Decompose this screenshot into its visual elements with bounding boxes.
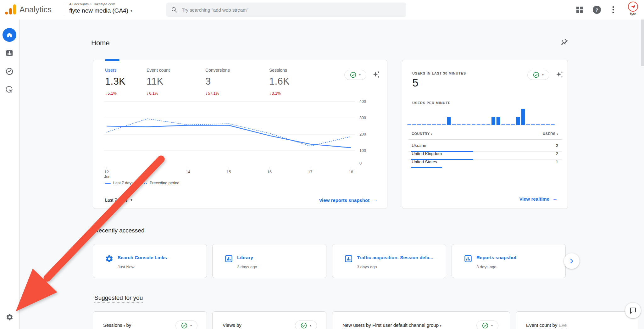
- users-column-header[interactable]: USERS▾: [543, 132, 558, 136]
- suggested-card-title[interactable]: Views by: [223, 322, 242, 328]
- metric-value: 11K: [147, 76, 170, 87]
- users-count: 2: [556, 151, 558, 156]
- view-reports-snapshot-link[interactable]: View reports snapshot →: [319, 197, 378, 203]
- recent-card-traffic-acquisition[interactable]: Traffic acquisition: Session defa... 3 d…: [332, 244, 446, 278]
- data-quality-badge[interactable]: ▾: [344, 70, 366, 80]
- chevron-down-icon: ▼: [130, 198, 133, 202]
- suggested-card-event-count[interactable]: Event count by Eve: [516, 311, 638, 329]
- check-circle-icon: [181, 322, 187, 329]
- date-range-picker[interactable]: Last 7 days ▼: [105, 198, 133, 203]
- search-input[interactable]: [182, 7, 401, 13]
- chevron-down-icon: ▾: [130, 9, 132, 13]
- insights-sparkle-icon[interactable]: [372, 70, 380, 79]
- report-chart-icon: [464, 254, 472, 263]
- nav-advertising[interactable]: [3, 83, 16, 97]
- settings-gear-icon: [105, 254, 114, 263]
- advertising-icon: [5, 86, 14, 94]
- legend-label: Last 7 days: [113, 181, 133, 185]
- realtime-table-header: COUNTRY▾ USERS▾: [412, 132, 558, 136]
- recent-card-time: 3 days ago: [357, 265, 377, 269]
- recent-card-title[interactable]: Traffic acquisition: Session defa...: [357, 255, 433, 260]
- property-selector[interactable]: flyte new media (GA4): [69, 7, 128, 14]
- account-switcher[interactable]: All accounts › Takeflyte.com flyte new m…: [69, 2, 132, 14]
- breadcrumb-all-accounts[interactable]: All accounts: [69, 2, 89, 6]
- metric-event-count[interactable]: Event count 11K 6.1%: [147, 68, 170, 96]
- nav-reports[interactable]: [3, 46, 16, 60]
- data-quality-badge[interactable]: ▾: [527, 70, 549, 80]
- nav-admin-settings[interactable]: [3, 310, 16, 324]
- table-row[interactable]: United States 1: [412, 158, 558, 166]
- left-nav: [0, 20, 19, 329]
- feedback-button[interactable]: [625, 303, 641, 318]
- solid-line-swatch-icon: [105, 183, 111, 184]
- chevron-down-icon: ▾: [124, 324, 125, 327]
- country-column-header[interactable]: COUNTRY▾: [412, 132, 432, 136]
- carousel-next-button[interactable]: [564, 253, 580, 269]
- recent-card-time: Just Now: [118, 265, 134, 269]
- svg-text:14: 14: [186, 170, 190, 174]
- breadcrumb-account[interactable]: Takeflyte.com: [93, 2, 115, 6]
- insights-trend-icon[interactable]: [560, 38, 569, 47]
- view-realtime-link[interactable]: View realtime →: [519, 196, 558, 202]
- recent-card-title[interactable]: Reports snapshot: [476, 255, 517, 260]
- metric-conversions[interactable]: Conversions 3 57.1%: [205, 68, 230, 96]
- table-row[interactable]: United Kingdom 2: [412, 149, 558, 158]
- help-icon[interactable]: ?: [592, 5, 601, 14]
- sort-caret-icon: ▾: [557, 133, 558, 136]
- recent-card-library[interactable]: Library 3 days ago: [212, 244, 326, 278]
- suggested-card-title[interactable]: New users by First user default channel …: [342, 322, 443, 328]
- ga-home-page: Analytics All accounts › Takeflyte.com f…: [0, 0, 644, 329]
- explore-icon: [5, 67, 14, 75]
- insights-sparkle-icon[interactable]: [555, 70, 564, 79]
- analytics-logo[interactable]: Analytics: [5, 4, 52, 14]
- chevron-down-icon: ▾: [440, 324, 441, 327]
- users-trend-chart[interactable]: 400300200100012Jun131415161718: [104, 100, 371, 180]
- chevron-down-icon: ▾: [491, 324, 493, 327]
- arrow-right-icon: →: [552, 196, 558, 202]
- recent-card-title[interactable]: Search Console Links: [118, 255, 167, 260]
- suggested-card-title[interactable]: Sessions▾by: [103, 322, 131, 328]
- more-vertical-icon[interactable]: [612, 6, 614, 14]
- users-per-minute-chart[interactable]: [407, 108, 555, 126]
- suggested-card-sessions[interactable]: Sessions▾by ▾: [93, 311, 207, 329]
- nav-home[interactable]: [3, 28, 16, 42]
- chevron-right-icon: [569, 259, 574, 264]
- recently-accessed-title: Recently accessed: [94, 227, 144, 234]
- table-row[interactable]: Ukraine 2: [412, 141, 558, 149]
- metric-users[interactable]: Users 1.3K 5.1%: [105, 68, 125, 96]
- link-label: View reports snapshot: [319, 198, 369, 203]
- account-avatar[interactable]: flyte: [626, 2, 640, 16]
- svg-text:0: 0: [359, 161, 362, 165]
- report-chart-icon: [344, 254, 353, 263]
- grid-apps-icon[interactable]: [576, 6, 583, 13]
- suggested-card-title[interactable]: Event count by Eve: [526, 322, 567, 328]
- metric-value: 1.3K: [105, 76, 125, 87]
- suggested-card-views[interactable]: Views by ▾: [212, 311, 326, 329]
- scrollbar-thumb[interactable]: [641, 20, 644, 66]
- chevron-down-icon: ▾: [310, 324, 311, 327]
- check-circle-icon: [350, 72, 356, 78]
- metric-sessions[interactable]: Sessions 1.6K 3.1%: [269, 68, 290, 96]
- search-bar[interactable]: [166, 3, 406, 17]
- realtime-title: USERS IN LAST 30 MINUTES: [412, 71, 466, 75]
- suggested-card-new-users[interactable]: New users by First user default channel …: [332, 311, 510, 329]
- home-icon: [6, 31, 13, 38]
- metric-label: Sessions: [269, 68, 290, 73]
- avatar-label: flyte: [626, 12, 640, 16]
- recent-card-reports-snapshot[interactable]: Reports snapshot 3 days ago: [452, 244, 566, 278]
- arrow-right-icon: →: [373, 197, 378, 203]
- metric-label: Users: [105, 68, 125, 73]
- nav-explore[interactable]: [3, 64, 16, 78]
- analytics-logo-icon: [5, 4, 16, 14]
- svg-text:17: 17: [308, 170, 313, 174]
- data-quality-badge[interactable]: ▾: [175, 321, 197, 329]
- check-circle-icon: [533, 72, 539, 78]
- data-quality-badge[interactable]: ▾: [295, 321, 317, 329]
- data-quality-badge[interactable]: ▾: [476, 321, 498, 329]
- recent-card-title[interactable]: Library: [237, 255, 253, 260]
- legend-last-7-days: Last 7 days: [105, 181, 133, 185]
- recent-card-search-console-links[interactable]: Search Console Links Just Now: [93, 244, 207, 278]
- svg-text:Jun: Jun: [104, 175, 110, 179]
- chevron-down-icon: ▾: [542, 73, 544, 76]
- chevron-right-icon: ›: [90, 2, 92, 6]
